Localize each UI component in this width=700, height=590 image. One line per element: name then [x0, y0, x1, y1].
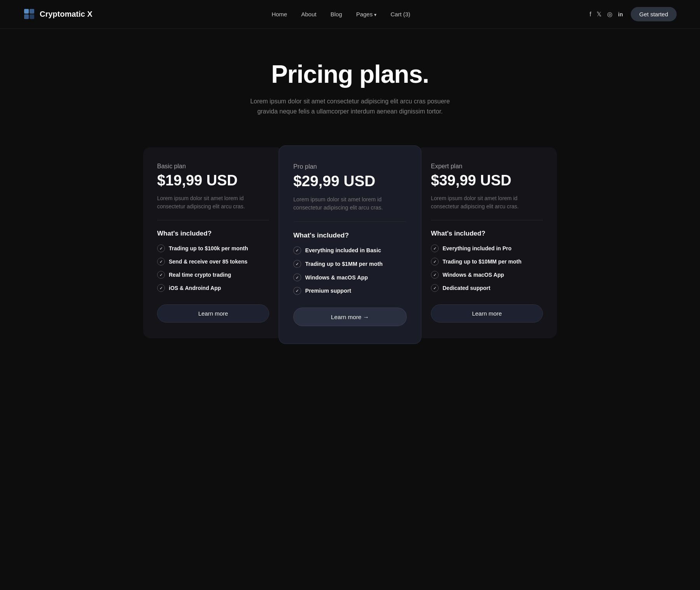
basic-divider	[157, 220, 269, 220]
pro-plan-name: Pro plan	[293, 163, 407, 170]
hero-section: Pricing plans. Lorem ipsum dolor sit ame…	[0, 29, 700, 140]
list-item: ✓ Trading up to $10MM per moth	[431, 258, 543, 265]
list-item: ✓ Trading up to $1MM per moth	[293, 260, 407, 268]
nav-links: Home About Blog Pages Cart (3)	[271, 11, 410, 17]
expert-divider	[431, 220, 543, 220]
check-icon: ✓	[157, 244, 165, 252]
list-item: ✓ Dedicated support	[431, 284, 543, 292]
svg-rect-3	[30, 14, 34, 19]
nav-home[interactable]: Home	[271, 11, 287, 17]
check-icon: ✓	[157, 271, 165, 279]
pro-plan-price: $29,99 USD	[293, 173, 407, 190]
basic-included-title: What's included?	[157, 230, 269, 237]
social-icons: f 𝕏 ◎ in	[590, 10, 623, 18]
check-icon: ✓	[431, 271, 439, 279]
facebook-icon[interactable]: f	[590, 11, 591, 18]
svg-rect-1	[30, 9, 34, 14]
check-icon: ✓	[293, 274, 301, 281]
page-title: Pricing plans.	[8, 60, 692, 89]
expert-feature-list: ✓ Everything included in Pro ✓ Trading u…	[431, 244, 543, 292]
basic-feature-list: ✓ Trading up to $100k per month ✓ Send &…	[157, 244, 269, 292]
brand-name: Cryptomatic X	[40, 10, 93, 19]
nav-pages-dropdown[interactable]: Pages	[356, 11, 377, 17]
basic-plan-desc: Lorem ipsum dolor sit amet lorem id cons…	[157, 194, 269, 211]
pro-plan-desc: Lorem ipsum dolor sit amet lorem id cons…	[293, 196, 407, 212]
navbar: Cryptomatic X Home About Blog Pages Cart…	[0, 0, 700, 29]
nav-right: f 𝕏 ◎ in Get started	[590, 7, 677, 21]
check-icon: ✓	[431, 258, 439, 265]
list-item: ✓ Everything included in Basic	[293, 246, 407, 254]
brand-logo[interactable]: Cryptomatic X	[23, 8, 93, 21]
check-icon: ✓	[293, 246, 301, 254]
chevron-down-icon	[374, 11, 376, 17]
instagram-icon[interactable]: ◎	[607, 10, 612, 18]
check-icon: ✓	[157, 258, 165, 265]
logo-icon	[23, 8, 36, 21]
nav-cart[interactable]: Cart (3)	[390, 11, 410, 17]
list-item: ✓ Windows & macOS App	[431, 271, 543, 279]
pricing-card-pro: Pro plan $29,99 USD Lorem ipsum dolor si…	[278, 145, 421, 344]
twitter-icon[interactable]: 𝕏	[597, 10, 602, 18]
check-icon: ✓	[431, 244, 439, 252]
list-item: ✓ Premium support	[293, 287, 407, 295]
expert-plan-name: Expert plan	[431, 163, 543, 170]
expert-plan-price: $39,99 USD	[431, 172, 543, 189]
check-icon: ✓	[293, 260, 301, 268]
pro-feature-list: ✓ Everything included in Basic ✓ Trading…	[293, 246, 407, 295]
svg-rect-2	[24, 14, 29, 19]
hero-subtitle: Lorem ipsum dolor sit amet consectetur a…	[241, 96, 459, 116]
basic-plan-price: $19,99 USD	[157, 172, 269, 189]
pro-divider	[293, 222, 407, 222]
nav-blog[interactable]: Blog	[331, 11, 342, 17]
basic-plan-name: Basic plan	[157, 163, 269, 170]
list-item: ✓ Windows & macOS App	[293, 274, 407, 281]
list-item: ✓ Send & receive over 85 tokens	[157, 258, 269, 265]
list-item: ✓ Real time crypto trading	[157, 271, 269, 279]
get-started-button[interactable]: Get started	[631, 7, 677, 21]
expert-learn-more-button[interactable]: Learn more	[431, 304, 543, 323]
linkedin-icon[interactable]: in	[618, 11, 623, 17]
check-icon: ✓	[157, 284, 165, 292]
pricing-card-basic: Basic plan $19,99 USD Lorem ipsum dolor …	[143, 147, 283, 338]
pro-included-title: What's included?	[293, 232, 407, 239]
expert-included-title: What's included?	[431, 230, 543, 237]
nav-about[interactable]: About	[301, 11, 316, 17]
pro-learn-more-button[interactable]: Learn more →	[293, 307, 407, 326]
list-item: ✓ iOS & Androind App	[157, 284, 269, 292]
check-icon: ✓	[431, 284, 439, 292]
pricing-card-expert: Expert plan $39,99 USD Lorem ipsum dolor…	[417, 147, 557, 338]
list-item: ✓ Trading up to $100k per month	[157, 244, 269, 252]
list-item: ✓ Everything included in Pro	[431, 244, 543, 252]
basic-learn-more-button[interactable]: Learn more	[157, 304, 269, 323]
check-icon: ✓	[293, 287, 301, 295]
pricing-section: Basic plan $19,99 USD Lorem ipsum dolor …	[117, 140, 583, 373]
svg-rect-0	[24, 9, 29, 14]
expert-plan-desc: Lorem ipsum dolor sit amet lorem id cons…	[431, 194, 543, 211]
